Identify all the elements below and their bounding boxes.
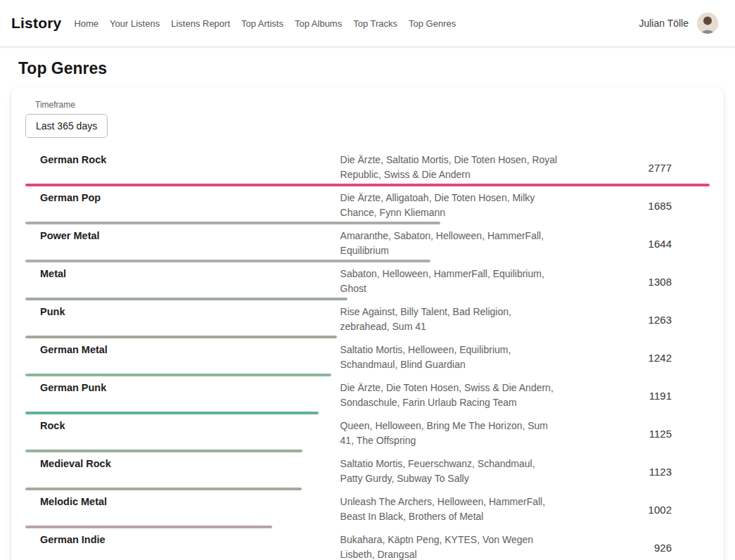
page-title: Top Genres <box>18 59 717 78</box>
timeframe-control: Timeframe Last 365 days <box>25 100 710 138</box>
timeframe-label: Timeframe <box>35 100 710 110</box>
genre-row: German Punk Die Ärzte, Die Toten Hosen, … <box>25 376 710 414</box>
genre-artists: Unleash The Archers, Helloween, HammerFa… <box>340 495 559 524</box>
genre-name: Rock <box>25 419 340 433</box>
genre-artists: Die Ärzte, Saltatio Mortis, Die Toten Ho… <box>340 153 559 182</box>
genre-row: Metal Sabaton, Helloween, HammerFall, Eq… <box>25 262 710 300</box>
genre-artists: Rise Against, Billy Talent, Bad Religion… <box>340 305 559 334</box>
nav-top-genres[interactable]: Top Genres <box>409 18 456 29</box>
genre-row: German Pop Die Ärzte, Alligatoah, Die To… <box>25 186 710 224</box>
genre-count: 1125 <box>559 426 710 441</box>
genre-count: 2777 <box>559 160 710 175</box>
genre-name: German Punk <box>25 381 340 395</box>
top-navbar: Listory Home Your Listens Listens Report… <box>0 0 735 46</box>
genre-count: 1191 <box>559 388 710 403</box>
user-name: Julian Tölle <box>639 18 689 29</box>
genre-count: 1685 <box>559 198 710 213</box>
page-content: Top Genres Timeframe Last 365 days Germa… <box>0 59 735 560</box>
avatar-image <box>697 13 718 34</box>
genre-row: German Rock Die Ärzte, Saltatio Mortis, … <box>25 148 710 186</box>
genre-name: Medieval Rock <box>25 457 340 471</box>
genre-count: 1242 <box>559 350 710 365</box>
genre-artists: Bukahara, Käptn Peng, KYTES, Von Wegen L… <box>340 533 559 560</box>
user-avatar[interactable] <box>697 13 718 34</box>
genre-count: 1644 <box>559 236 710 251</box>
genre-artists: Queen, Helloween, Bring Me The Horizon, … <box>340 419 559 448</box>
genre-artists: Saltatio Mortis, Helloween, Equilibrium,… <box>340 343 559 372</box>
genre-count: 926 <box>559 540 710 555</box>
nav-your-listens[interactable]: Your Listens <box>110 18 160 29</box>
nav-top-albums[interactable]: Top Albums <box>295 18 342 29</box>
genres-table: German Rock Die Ärzte, Saltatio Mortis, … <box>25 148 710 560</box>
genre-count: 1308 <box>559 274 710 289</box>
genre-name: Power Metal <box>25 229 340 243</box>
genre-artists: Amaranthe, Sabaton, Helloween, HammerFal… <box>340 229 559 258</box>
genre-count: 1002 <box>559 502 710 517</box>
genre-name: Melodic Metal <box>25 495 340 509</box>
genre-count: 1123 <box>559 464 710 479</box>
genre-count: 1263 <box>559 312 710 327</box>
genre-name: Punk <box>25 305 340 319</box>
genre-row: German Indie Bukahara, Käptn Peng, KYTES… <box>25 528 710 560</box>
user-menu[interactable]: Julian Tölle <box>639 13 718 34</box>
genre-name: German Indie <box>25 533 340 547</box>
timeframe-selected-value: Last 365 days <box>36 120 97 132</box>
genre-row: Melodic Metal Unleash The Archers, Hello… <box>25 490 710 528</box>
genre-name: German Pop <box>25 191 340 205</box>
genre-row: Punk Rise Against, Billy Talent, Bad Rel… <box>25 300 710 338</box>
genre-row: Rock Queen, Helloween, Bring Me The Hori… <box>25 414 710 452</box>
nav-home[interactable]: Home <box>74 18 98 29</box>
genre-name: German Rock <box>25 153 340 167</box>
timeframe-select[interactable]: Last 365 days <box>25 114 108 138</box>
genre-artists: Saltatio Mortis, Feuerschwanz, Schandmau… <box>340 457 559 486</box>
nav-top-artists[interactable]: Top Artists <box>241 18 283 29</box>
genre-name: Metal <box>25 267 340 281</box>
genre-row: Medieval Rock Saltatio Mortis, Feuerschw… <box>25 452 710 490</box>
genre-name: German Metal <box>25 343 340 357</box>
genre-artists: Die Ärzte, Alligatoah, Die Toten Hosen, … <box>340 191 559 220</box>
app-logo[interactable]: Listory <box>11 15 61 32</box>
main-nav: Home Your Listens Listens Report Top Art… <box>74 18 456 29</box>
nav-top-tracks[interactable]: Top Tracks <box>353 18 397 29</box>
nav-listens-report[interactable]: Listens Report <box>171 18 230 29</box>
genre-row: Power Metal Amaranthe, Sabaton, Hellowee… <box>25 224 710 262</box>
genre-artists: Sabaton, Helloween, HammerFall, Equilibr… <box>340 267 559 296</box>
top-genres-card: Timeframe Last 365 days German Rock Die … <box>11 87 724 560</box>
genre-row: German Metal Saltatio Mortis, Helloween,… <box>25 338 710 376</box>
genre-artists: Die Ärzte, Die Toten Hosen, Swiss & Die … <box>340 381 559 410</box>
